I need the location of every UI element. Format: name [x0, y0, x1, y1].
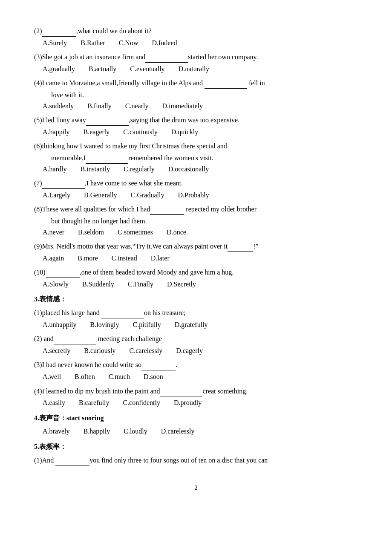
option-3b: B.actually: [89, 64, 116, 75]
option-6b: B.instantly: [80, 164, 110, 175]
blank-s3-2: [54, 338, 96, 344]
blank-s3-3: [141, 364, 176, 370]
options-2: A.Surely B.Rather C.Now D.Indeed: [43, 38, 358, 49]
option-8c: C.sometimes: [118, 227, 153, 238]
question-4-text: (4)I came to Morzaine,a small,friendly v…: [34, 78, 358, 89]
question-8-text: (8)These were all qualities for which I …: [34, 204, 358, 215]
question-10-text: (10),one of them headed toward Moody and…: [34, 267, 358, 278]
options-5: A.happily B.eagerly C.cautiously D.quick…: [43, 127, 358, 138]
option-9b: B.more: [78, 253, 98, 264]
s3-question-2: (2) and meeting each challenge A.secretl…: [34, 333, 358, 356]
blank-s3-1: [101, 312, 144, 318]
s3-option-2d: D.eagerly: [176, 345, 203, 356]
option-10c: C.Finally: [128, 279, 153, 290]
question-2: (2),what could we do about it? A.Surely …: [34, 26, 358, 48]
options-7: A.Largely B.Generally C.Gradually D.Prob…: [43, 190, 358, 201]
option-3c: C.eventually: [130, 64, 164, 75]
section-4-title: 4.表声音：start snoring: [34, 413, 358, 424]
question-6-text: (6)thinking how I wanted to make my firs…: [34, 141, 358, 152]
option-5c: C.cautiously: [123, 127, 157, 138]
option-7d: D.Probably: [178, 190, 209, 201]
question-7-text: (7),I have come to see what she meant.: [34, 178, 358, 189]
option-5b: B.eagerly: [84, 127, 110, 138]
s3-question-3-text: (3)I had never known he could write so.: [34, 359, 358, 370]
option-9c: C.instead: [112, 253, 137, 264]
s3-options-1: A.unhappily B.lovingly C.pitifully D.gra…: [43, 319, 358, 330]
page-content: (2),what could we do about it? A.Surely …: [34, 26, 358, 493]
s3-question-1: (1)placed his large hand on his treasure…: [34, 307, 358, 330]
option-10a: A.Slowly: [43, 279, 69, 290]
section-3-title: 3.表情感：: [34, 294, 358, 305]
options-3: A.gradually B.actually C.eventually D.na…: [43, 64, 358, 75]
s3-option-2b: B.curiously: [84, 345, 115, 356]
s4-option-a: A.bravely: [43, 426, 70, 437]
question-9-text: (9)Mrs. Neidl's motto that year was,“Try…: [34, 241, 358, 252]
question-3-text: (3)She got a job at an insurance firm an…: [34, 52, 358, 63]
options-10: A.Slowly B.Suddenly C.Finally D.Secretly: [43, 279, 358, 290]
options-6: A.hardly B.instantly C.regularly D.occas…: [43, 164, 358, 175]
question-7: (7),I have come to see what she meant. A…: [34, 178, 358, 200]
blank-s4: [104, 416, 147, 423]
s3-option-3b: B.often: [75, 371, 95, 382]
blank-10: [46, 271, 80, 278]
s3-option-3c: C.much: [109, 371, 130, 382]
question-4: (4)I came to Morzaine,a small,friendly v…: [34, 78, 358, 111]
question-2-text: (2),what could we do about it?: [34, 26, 358, 37]
s4-option-d: D.carelessly: [161, 426, 195, 437]
option-8a: A.never: [43, 227, 64, 238]
s3-question-2-text: (2) and meeting each challenge: [34, 333, 358, 344]
option-9d: D.later: [151, 253, 170, 264]
s3-question-3: (3)I had never known he could write so. …: [34, 359, 358, 382]
question-6-cont: memorable,Iremembered the women's visit.: [51, 153, 358, 164]
question-5-text: (5)I led Tony away,saying that the drum …: [34, 115, 358, 126]
option-5a: A.happily: [43, 127, 70, 138]
option-2c: C.Now: [119, 38, 138, 49]
s3-option-4a: A.easily: [43, 397, 65, 408]
s3-option-1d: D.gratefully: [175, 319, 208, 330]
s3-option-4b: B.carefully: [79, 397, 110, 408]
option-6c: C.regularly: [124, 164, 154, 175]
option-7a: A.Largely: [43, 190, 70, 201]
option-6d: D.occasionally: [168, 164, 209, 175]
option-8b: B.seldom: [78, 227, 104, 238]
option-2d: D.Indeed: [152, 38, 177, 49]
blank-s3-4: [160, 390, 202, 396]
question-4-cont: love with it.: [51, 90, 358, 101]
s3-option-3a: A.well: [43, 371, 61, 382]
option-2a: A.Surely: [43, 38, 67, 49]
s4-option-b: B.happily: [84, 426, 110, 437]
s3-options-4: A.easily B.carefully C.confidently D.pro…: [43, 397, 358, 408]
question-5: (5)I led Tony away,saying that the drum …: [34, 115, 358, 137]
option-3d: D.naturally: [179, 64, 209, 75]
s3-question-4-text: (4)I learned to dip my brush into the pa…: [34, 386, 358, 397]
blank-6: [86, 157, 128, 164]
s3-option-1c: C.pitifully: [133, 319, 161, 330]
s3-option-3d: D.soon: [144, 371, 163, 382]
s4-option-c: C.loudly: [124, 426, 147, 437]
s3-question-1-text: (1)placed his large hand on his treasure…: [34, 307, 358, 318]
s3-question-4: (4)I learned to dip my brush into the pa…: [34, 386, 358, 408]
question-10: (10),one of them headed toward Moody and…: [34, 267, 358, 289]
blank-5: [86, 119, 129, 126]
s3-option-1b: B.lovingly: [90, 319, 119, 330]
option-3a: A.gradually: [43, 64, 75, 75]
option-6a: A.hardly: [43, 164, 66, 175]
s3-option-4c: C.confidently: [123, 397, 160, 408]
options-9: A.again B.more C.instead D.later: [43, 253, 358, 264]
s3-option-4d: D.proudly: [174, 397, 202, 408]
option-4b: B.finally: [87, 101, 111, 112]
option-4c: C.nearly: [125, 101, 149, 112]
option-10d: D.Secretly: [167, 279, 196, 290]
question-6: (6)thinking how I wanted to make my firs…: [34, 141, 358, 174]
question-8: (8)These were all qualities for which I …: [34, 204, 358, 237]
option-8d: D.once: [167, 227, 186, 238]
option-7c: C.Gradually: [131, 190, 164, 201]
option-2b: B.Rather: [81, 38, 105, 49]
s4-options: A.bravely B.happily C.loudly D.carelessl…: [43, 426, 358, 437]
option-4a: A.suddenly: [43, 101, 74, 112]
option-7b: B.Generally: [84, 190, 117, 201]
page-number: 2: [34, 483, 358, 493]
blank-7: [42, 182, 85, 189]
option-5d: D.quickly: [171, 127, 199, 138]
blank-3: [145, 56, 188, 63]
